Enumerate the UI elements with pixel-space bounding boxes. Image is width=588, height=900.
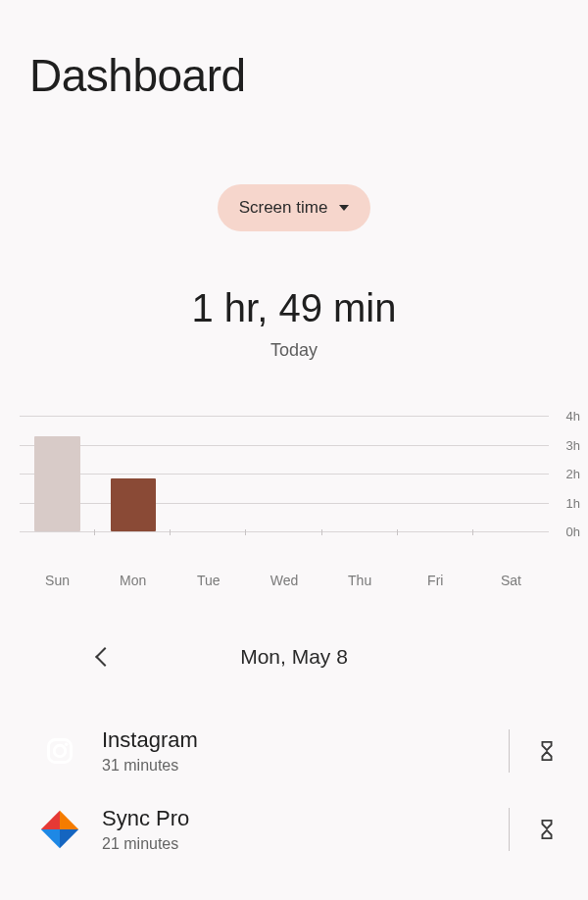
chart-ytick-label: 4h <box>566 409 580 424</box>
chart-ytick-label: 0h <box>566 525 580 539</box>
app-name: Sync Pro <box>102 806 489 831</box>
app-usage-time: 31 minutes <box>102 757 489 775</box>
chart-ytick-label: 1h <box>566 495 580 510</box>
syncpro-icon <box>37 807 82 852</box>
set-timer-button[interactable] <box>529 816 559 843</box>
summary-subtitle: Today <box>0 340 588 361</box>
chart-bar <box>111 478 156 531</box>
app-row[interactable]: Instagram31 minutes <box>37 712 559 790</box>
selected-date: Mon, May 8 <box>240 645 348 669</box>
screen-time-chart[interactable]: 0h1h2h3h4h <box>0 416 588 563</box>
chart-xtick-label: Mon <box>95 573 171 588</box>
prev-day-button[interactable] <box>95 647 115 667</box>
metric-dropdown-label: Screen time <box>239 198 328 218</box>
instagram-icon <box>37 728 82 774</box>
total-screen-time: 1 hr, 49 min <box>0 286 588 330</box>
hourglass-icon <box>536 816 558 843</box>
chart-bar-sun[interactable] <box>20 416 95 531</box>
app-usage-time: 21 minutes <box>102 835 489 853</box>
chart-xtick-label: Sat <box>473 573 549 588</box>
hourglass-icon <box>536 737 558 765</box>
chart-xtick-label: Sun <box>20 573 95 588</box>
chart-ytick-label: 2h <box>566 467 580 481</box>
chart-gridline <box>20 531 549 532</box>
chart-bar-sat[interactable] <box>473 416 549 531</box>
chart-bar-tue[interactable] <box>171 416 246 531</box>
page-title: Dashboard <box>0 0 588 141</box>
chart-bar-thu[interactable] <box>322 416 398 531</box>
row-divider <box>509 808 510 851</box>
set-timer-button[interactable] <box>529 737 559 765</box>
chart-xtick-label: Thu <box>322 573 398 588</box>
chart-bar-mon[interactable] <box>95 416 171 531</box>
app-row[interactable]: Sync Pro21 minutes <box>37 790 559 869</box>
chart-xtick-label: Wed <box>246 573 321 588</box>
chart-ytick-label: 3h <box>566 437 580 452</box>
row-divider <box>509 729 510 773</box>
metric-dropdown[interactable]: Screen time <box>218 184 371 231</box>
chart-xtick-label: Fri <box>398 573 473 588</box>
chart-bar <box>34 436 79 531</box>
app-name: Instagram <box>102 727 489 753</box>
chevron-down-icon <box>339 205 349 211</box>
chart-bar-wed[interactable] <box>246 416 321 531</box>
chart-xtick-label: Tue <box>171 573 246 588</box>
chart-bar-fri[interactable] <box>398 416 473 531</box>
